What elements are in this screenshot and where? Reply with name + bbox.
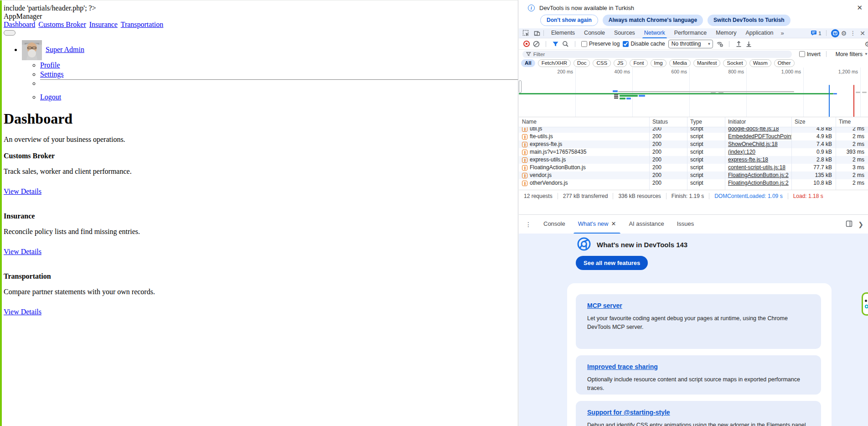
import-har-icon[interactable] xyxy=(735,41,742,47)
nav-link-transportation[interactable]: Transportation xyxy=(121,21,164,28)
initiator-link[interactable]: EmbeddedPDFTouchPoint xyxy=(725,133,791,140)
initiator-link[interactable]: FloatingActionButton.js:2 xyxy=(725,179,791,187)
menu-item-profile[interactable]: Profile xyxy=(40,61,60,69)
initiator-link[interactable]: (index):120 xyxy=(725,148,791,156)
chip-font[interactable]: Font xyxy=(630,59,647,67)
more-tabs-icon[interactable]: » xyxy=(778,30,787,36)
network-settings-gear-icon[interactable]: ⚙ xyxy=(865,41,868,47)
initiator-link[interactable]: content-script-utils.js:18 xyxy=(725,164,791,171)
chip-css[interactable]: CSS xyxy=(593,59,611,67)
tab-console[interactable]: Console xyxy=(579,28,610,38)
record-network-log-icon[interactable] xyxy=(523,41,530,47)
drawer-tab-issues[interactable]: Issues xyxy=(671,215,701,234)
chip-other[interactable]: Other xyxy=(774,59,795,67)
disable-cache-checkbox[interactable]: Disable cache xyxy=(623,41,665,47)
col-header-initiator[interactable]: Initiator xyxy=(725,117,791,127)
initiator-link[interactable]: ShowOneChild.js:18 xyxy=(725,140,791,148)
view-details-link-customs-broker[interactable]: View Details xyxy=(4,187,41,196)
issues-counter[interactable]: 1 xyxy=(811,30,821,36)
improved-trace-sharing-link[interactable]: Improved trace sharing xyxy=(587,363,658,370)
mcp-server-link[interactable]: MCP server xyxy=(587,302,622,309)
table-row[interactable]: { }express-fte.js 200 script ShowOneChil… xyxy=(519,140,868,148)
menu-toggle-button[interactable] xyxy=(4,30,16,36)
chip-manifest[interactable]: Manifest xyxy=(693,59,720,67)
dont-show-again-button[interactable]: Don't show again xyxy=(540,15,598,26)
col-header-size[interactable]: Size xyxy=(791,117,836,127)
chip-js[interactable]: JS xyxy=(614,59,627,67)
nav-link-dashboard[interactable]: Dashboard xyxy=(4,21,35,28)
table-row[interactable]: { }express-utils.js 200 script express-f… xyxy=(519,156,868,164)
table-row[interactable]: { }fte-utils.js 200 script EmbeddedPDFTo… xyxy=(519,133,868,140)
overview-drag-handle[interactable] xyxy=(519,80,522,93)
table-row[interactable]: { }main.js?v=1765758435 200 script (inde… xyxy=(519,148,868,156)
tab-performance[interactable]: Performance xyxy=(670,28,712,38)
drawer-tab-ai-assistance[interactable]: AI assistance xyxy=(622,215,670,234)
more-filters-dropdown[interactable]: More filters ▼ xyxy=(836,51,868,57)
throttling-dropdown[interactable]: No throttling ▼ xyxy=(668,40,713,48)
table-row[interactable]: { }otherVendors.js 200 script FloatingAc… xyxy=(519,179,868,187)
chip-doc[interactable]: Doc xyxy=(574,59,590,67)
drawer-tab-whats-new[interactable]: What's new✕ xyxy=(572,215,623,234)
device-toolbar-icon[interactable] xyxy=(533,30,541,37)
search-icon[interactable] xyxy=(562,41,569,47)
view-details-link-insurance[interactable]: View Details xyxy=(4,248,41,256)
main-nav: Dashboard Customs Broker Insurance Trans… xyxy=(4,21,514,29)
tab-application[interactable]: Application xyxy=(741,28,778,38)
preserve-log-checkbox-input[interactable] xyxy=(581,41,587,47)
network-overview-timeline[interactable]: 200 ms 400 ms 600 ms 800 ms 1,000 ms 1,2… xyxy=(519,68,868,117)
tab-elements[interactable]: Elements xyxy=(547,28,579,38)
feature-card-mcp-server: MCP server Let your favourite coding age… xyxy=(576,294,821,349)
network-conditions-icon[interactable] xyxy=(716,41,723,47)
export-har-icon[interactable] xyxy=(745,41,752,47)
drawer-tab-console[interactable]: Console xyxy=(537,215,572,234)
initiator-link[interactable]: FloatingActionButton.js:2 xyxy=(725,171,791,179)
table-row[interactable]: { }util.js 200 script google-docs-fte.js… xyxy=(519,127,868,133)
chip-wasm[interactable]: Wasm xyxy=(749,59,771,67)
col-header-name[interactable]: Name xyxy=(519,117,649,127)
initiator-link[interactable]: google-docs-fte.js:18 xyxy=(725,127,791,133)
devtools-promo-icon[interactable] xyxy=(831,29,839,37)
table-row[interactable]: { }vendor.js 200 script FloatingActionBu… xyxy=(519,171,868,179)
tab-memory[interactable]: Memory xyxy=(711,28,741,38)
initiator-link[interactable]: express-fte.js:18 xyxy=(725,156,791,164)
menu-item-logout[interactable]: Logout xyxy=(40,93,61,101)
filter-input[interactable] xyxy=(533,52,788,57)
col-header-type[interactable]: Type xyxy=(687,117,725,127)
chip-fetch-xhr[interactable]: Fetch/XHR xyxy=(538,59,571,67)
match-chrome-language-button[interactable]: Always match Chrome's language xyxy=(603,15,703,26)
infobar-close-icon[interactable]: ✕ xyxy=(857,4,863,12)
expand-drawer-icon[interactable] xyxy=(846,220,852,229)
table-row[interactable]: { }FloatingActionButton.js 200 script co… xyxy=(519,164,868,171)
user-name-link[interactable]: Super Admin xyxy=(46,46,84,53)
tab-network[interactable]: Network xyxy=(640,28,670,38)
invert-filter-checkbox[interactable]: Invert xyxy=(799,51,821,57)
settings-gear-icon[interactable]: ⚙ xyxy=(841,30,847,36)
switch-to-turkish-button[interactable]: Switch DevTools to Turkish xyxy=(708,15,790,26)
drawer-menu-icon[interactable]: ⋮ xyxy=(519,221,537,228)
close-drawer-icon[interactable]: ❯ xyxy=(857,221,864,228)
floating-extension-widget[interactable] xyxy=(862,292,868,316)
starting-style-link[interactable]: Support for @starting-style xyxy=(587,409,670,416)
customize-devtools-icon[interactable]: ⋮ xyxy=(848,30,857,36)
invert-checkbox-input[interactable] xyxy=(799,51,805,57)
tab-sources[interactable]: Sources xyxy=(610,28,640,38)
disable-cache-checkbox-input[interactable] xyxy=(623,41,629,47)
preserve-log-checkbox[interactable]: Preserve log xyxy=(581,41,620,47)
nav-link-insurance[interactable]: Insurance xyxy=(89,21,118,28)
speech-bubble-icon xyxy=(811,30,817,36)
view-details-link-transportation[interactable]: View Details xyxy=(4,308,41,316)
chip-img[interactable]: Img xyxy=(651,59,666,67)
col-header-status[interactable]: Status xyxy=(649,117,687,127)
close-devtools-icon[interactable]: ✕ xyxy=(859,30,866,37)
menu-item-settings[interactable]: Settings xyxy=(40,70,64,78)
clear-network-log-icon[interactable] xyxy=(533,41,540,47)
filter-toggle-icon[interactable] xyxy=(552,41,559,47)
chip-socket[interactable]: Socket xyxy=(723,59,746,67)
close-whats-new-tab-icon[interactable]: ✕ xyxy=(611,220,616,227)
chip-media[interactable]: Media xyxy=(669,59,691,67)
see-all-new-features-button[interactable]: See all new features xyxy=(576,256,648,270)
nav-link-customs-broker[interactable]: Customs Broker xyxy=(38,21,86,28)
col-header-time[interactable]: Time xyxy=(836,117,868,127)
inspect-element-icon[interactable] xyxy=(522,30,530,37)
chip-all[interactable]: All xyxy=(521,59,535,67)
